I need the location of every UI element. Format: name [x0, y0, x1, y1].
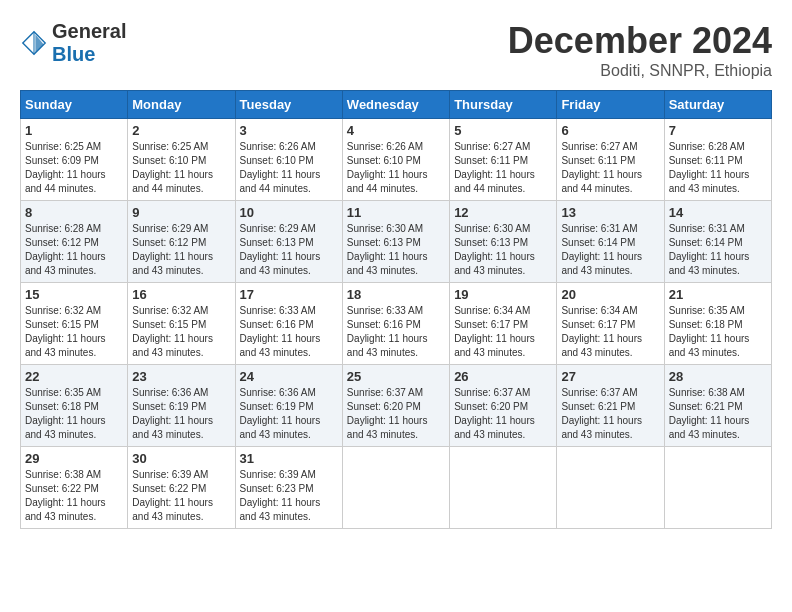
day-info: Sunrise: 6:35 AMSunset: 6:18 PMDaylight:… [669, 304, 767, 360]
day-info: Sunrise: 6:38 AMSunset: 6:22 PMDaylight:… [25, 468, 123, 524]
calendar-cell: 31Sunrise: 6:39 AMSunset: 6:23 PMDayligh… [235, 447, 342, 529]
day-info: Sunrise: 6:29 AMSunset: 6:13 PMDaylight:… [240, 222, 338, 278]
day-number: 2 [132, 123, 230, 138]
calendar-table: SundayMondayTuesdayWednesdayThursdayFrid… [20, 90, 772, 529]
day-info: Sunrise: 6:25 AMSunset: 6:10 PMDaylight:… [132, 140, 230, 196]
logo-text: General Blue [52, 20, 126, 66]
col-header-tuesday: Tuesday [235, 91, 342, 119]
col-header-monday: Monday [128, 91, 235, 119]
calendar-cell [664, 447, 771, 529]
day-number: 31 [240, 451, 338, 466]
calendar-cell: 3Sunrise: 6:26 AMSunset: 6:10 PMDaylight… [235, 119, 342, 201]
day-info: Sunrise: 6:30 AMSunset: 6:13 PMDaylight:… [347, 222, 445, 278]
calendar-cell: 5Sunrise: 6:27 AMSunset: 6:11 PMDaylight… [450, 119, 557, 201]
calendar-cell: 25Sunrise: 6:37 AMSunset: 6:20 PMDayligh… [342, 365, 449, 447]
calendar-cell: 24Sunrise: 6:36 AMSunset: 6:19 PMDayligh… [235, 365, 342, 447]
day-info: Sunrise: 6:25 AMSunset: 6:09 PMDaylight:… [25, 140, 123, 196]
title-block: December 2024 Boditi, SNNPR, Ethiopia [508, 20, 772, 80]
day-number: 26 [454, 369, 552, 384]
day-info: Sunrise: 6:33 AMSunset: 6:16 PMDaylight:… [347, 304, 445, 360]
calendar-header-row: SundayMondayTuesdayWednesdayThursdayFrid… [21, 91, 772, 119]
day-number: 14 [669, 205, 767, 220]
day-info: Sunrise: 6:28 AMSunset: 6:12 PMDaylight:… [25, 222, 123, 278]
col-header-saturday: Saturday [664, 91, 771, 119]
day-info: Sunrise: 6:37 AMSunset: 6:20 PMDaylight:… [454, 386, 552, 442]
logo-icon [20, 29, 48, 57]
day-number: 15 [25, 287, 123, 302]
logo-general: General [52, 20, 126, 42]
calendar-cell: 26Sunrise: 6:37 AMSunset: 6:20 PMDayligh… [450, 365, 557, 447]
location-title: Boditi, SNNPR, Ethiopia [508, 62, 772, 80]
calendar-cell: 16Sunrise: 6:32 AMSunset: 6:15 PMDayligh… [128, 283, 235, 365]
calendar-week-5: 29Sunrise: 6:38 AMSunset: 6:22 PMDayligh… [21, 447, 772, 529]
calendar-cell [450, 447, 557, 529]
calendar-cell: 20Sunrise: 6:34 AMSunset: 6:17 PMDayligh… [557, 283, 664, 365]
day-info: Sunrise: 6:37 AMSunset: 6:21 PMDaylight:… [561, 386, 659, 442]
calendar-cell: 4Sunrise: 6:26 AMSunset: 6:10 PMDaylight… [342, 119, 449, 201]
day-number: 12 [454, 205, 552, 220]
day-info: Sunrise: 6:37 AMSunset: 6:20 PMDaylight:… [347, 386, 445, 442]
day-info: Sunrise: 6:30 AMSunset: 6:13 PMDaylight:… [454, 222, 552, 278]
calendar-cell: 1Sunrise: 6:25 AMSunset: 6:09 PMDaylight… [21, 119, 128, 201]
calendar-week-4: 22Sunrise: 6:35 AMSunset: 6:18 PMDayligh… [21, 365, 772, 447]
day-number: 19 [454, 287, 552, 302]
logo-blue: Blue [52, 43, 95, 65]
calendar-cell: 12Sunrise: 6:30 AMSunset: 6:13 PMDayligh… [450, 201, 557, 283]
day-info: Sunrise: 6:26 AMSunset: 6:10 PMDaylight:… [347, 140, 445, 196]
day-number: 6 [561, 123, 659, 138]
day-number: 11 [347, 205, 445, 220]
calendar-cell: 6Sunrise: 6:27 AMSunset: 6:11 PMDaylight… [557, 119, 664, 201]
calendar-cell: 14Sunrise: 6:31 AMSunset: 6:14 PMDayligh… [664, 201, 771, 283]
day-number: 22 [25, 369, 123, 384]
calendar-cell [557, 447, 664, 529]
calendar-cell: 10Sunrise: 6:29 AMSunset: 6:13 PMDayligh… [235, 201, 342, 283]
calendar-cell: 23Sunrise: 6:36 AMSunset: 6:19 PMDayligh… [128, 365, 235, 447]
calendar-cell: 2Sunrise: 6:25 AMSunset: 6:10 PMDaylight… [128, 119, 235, 201]
day-number: 9 [132, 205, 230, 220]
calendar-cell: 11Sunrise: 6:30 AMSunset: 6:13 PMDayligh… [342, 201, 449, 283]
col-header-thursday: Thursday [450, 91, 557, 119]
calendar-cell: 19Sunrise: 6:34 AMSunset: 6:17 PMDayligh… [450, 283, 557, 365]
day-info: Sunrise: 6:34 AMSunset: 6:17 PMDaylight:… [454, 304, 552, 360]
day-number: 10 [240, 205, 338, 220]
day-info: Sunrise: 6:26 AMSunset: 6:10 PMDaylight:… [240, 140, 338, 196]
day-number: 24 [240, 369, 338, 384]
calendar-cell: 18Sunrise: 6:33 AMSunset: 6:16 PMDayligh… [342, 283, 449, 365]
day-number: 20 [561, 287, 659, 302]
day-info: Sunrise: 6:31 AMSunset: 6:14 PMDaylight:… [669, 222, 767, 278]
day-info: Sunrise: 6:28 AMSunset: 6:11 PMDaylight:… [669, 140, 767, 196]
calendar-week-3: 15Sunrise: 6:32 AMSunset: 6:15 PMDayligh… [21, 283, 772, 365]
day-info: Sunrise: 6:29 AMSunset: 6:12 PMDaylight:… [132, 222, 230, 278]
calendar-cell: 17Sunrise: 6:33 AMSunset: 6:16 PMDayligh… [235, 283, 342, 365]
day-number: 21 [669, 287, 767, 302]
day-number: 25 [347, 369, 445, 384]
calendar-cell: 30Sunrise: 6:39 AMSunset: 6:22 PMDayligh… [128, 447, 235, 529]
day-info: Sunrise: 6:31 AMSunset: 6:14 PMDaylight:… [561, 222, 659, 278]
day-number: 18 [347, 287, 445, 302]
col-header-friday: Friday [557, 91, 664, 119]
calendar-cell: 28Sunrise: 6:38 AMSunset: 6:21 PMDayligh… [664, 365, 771, 447]
day-info: Sunrise: 6:35 AMSunset: 6:18 PMDaylight:… [25, 386, 123, 442]
calendar-cell [342, 447, 449, 529]
day-number: 28 [669, 369, 767, 384]
day-number: 23 [132, 369, 230, 384]
day-number: 4 [347, 123, 445, 138]
col-header-wednesday: Wednesday [342, 91, 449, 119]
calendar-cell: 8Sunrise: 6:28 AMSunset: 6:12 PMDaylight… [21, 201, 128, 283]
day-number: 5 [454, 123, 552, 138]
calendar-cell: 7Sunrise: 6:28 AMSunset: 6:11 PMDaylight… [664, 119, 771, 201]
day-number: 29 [25, 451, 123, 466]
calendar-cell: 21Sunrise: 6:35 AMSunset: 6:18 PMDayligh… [664, 283, 771, 365]
calendar-cell: 27Sunrise: 6:37 AMSunset: 6:21 PMDayligh… [557, 365, 664, 447]
calendar-week-1: 1Sunrise: 6:25 AMSunset: 6:09 PMDaylight… [21, 119, 772, 201]
day-number: 7 [669, 123, 767, 138]
day-info: Sunrise: 6:39 AMSunset: 6:22 PMDaylight:… [132, 468, 230, 524]
calendar-cell: 13Sunrise: 6:31 AMSunset: 6:14 PMDayligh… [557, 201, 664, 283]
day-info: Sunrise: 6:36 AMSunset: 6:19 PMDaylight:… [240, 386, 338, 442]
day-info: Sunrise: 6:34 AMSunset: 6:17 PMDaylight:… [561, 304, 659, 360]
day-number: 16 [132, 287, 230, 302]
day-number: 17 [240, 287, 338, 302]
day-info: Sunrise: 6:27 AMSunset: 6:11 PMDaylight:… [454, 140, 552, 196]
day-info: Sunrise: 6:33 AMSunset: 6:16 PMDaylight:… [240, 304, 338, 360]
calendar-cell: 22Sunrise: 6:35 AMSunset: 6:18 PMDayligh… [21, 365, 128, 447]
